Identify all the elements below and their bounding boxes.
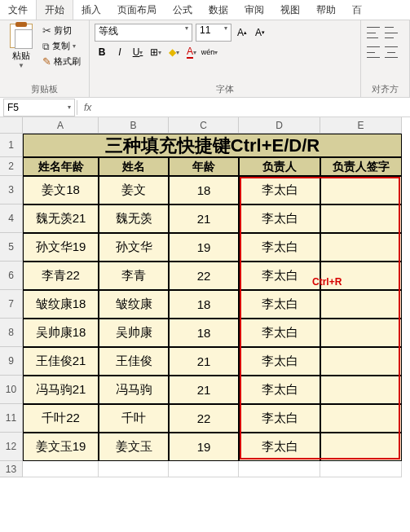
data-cell[interactable]: 19 (169, 433, 239, 461)
format-painter-button[interactable]: ✎格式刷 (41, 55, 82, 68)
decrease-font-button[interactable]: A▾ (253, 24, 267, 42)
empty-cell[interactable] (99, 461, 169, 477)
align-center-button[interactable] (384, 43, 399, 61)
data-cell[interactable]: 魏无羡21 (23, 204, 99, 233)
data-cell[interactable]: 千叶 (99, 404, 169, 433)
col-header-B[interactable]: B (99, 117, 169, 134)
data-cell[interactable]: 李太白 (239, 376, 320, 404)
data-cell[interactable] (320, 262, 402, 290)
cut-button[interactable]: ✂剪切 (41, 24, 82, 37)
menu-tab-4[interactable]: 公式 (165, 0, 201, 20)
row-header-3[interactable]: 3 (0, 176, 23, 204)
data-cell[interactable] (320, 176, 402, 204)
header-cell[interactable]: 负责人签字 (320, 157, 402, 176)
data-cell[interactable]: 冯马驹21 (23, 376, 99, 404)
data-cell[interactable]: 李太白 (239, 262, 320, 290)
data-cell[interactable]: 王佳俊21 (23, 347, 99, 376)
row-header-1[interactable]: 1 (0, 134, 23, 157)
select-all-corner[interactable] (0, 117, 23, 134)
menu-tab-3[interactable]: 页面布局 (109, 0, 165, 20)
italic-button[interactable]: I (112, 43, 127, 61)
data-cell[interactable] (320, 290, 402, 319)
data-cell[interactable]: 21 (169, 204, 239, 233)
fill-color-button[interactable]: ◆▾ (166, 43, 181, 61)
data-cell[interactable]: 李青 (99, 262, 169, 290)
underline-button[interactable]: U▾ (130, 43, 145, 61)
row-header-9[interactable]: 9 (0, 347, 23, 376)
row-header-6[interactable]: 6 (0, 262, 23, 290)
paste-button[interactable]: 粘贴 ▼ (5, 24, 37, 69)
data-cell[interactable] (320, 233, 402, 262)
row-header-10[interactable]: 10 (0, 376, 23, 404)
data-cell[interactable]: 李太白 (239, 319, 320, 347)
empty-cell[interactable] (169, 461, 239, 477)
font-size-select[interactable]: 11 ▾ (196, 24, 231, 42)
menu-tab-2[interactable]: 插入 (73, 0, 109, 20)
empty-cell[interactable] (320, 461, 402, 477)
align-middle-button[interactable] (384, 24, 399, 42)
data-cell[interactable] (320, 376, 402, 404)
row-header-2[interactable]: 2 (0, 157, 23, 176)
data-cell[interactable]: 李太白 (239, 433, 320, 461)
data-cell[interactable]: 李太白 (239, 347, 320, 376)
name-box[interactable]: F5 ▾ (3, 99, 75, 117)
menu-tab-1[interactable]: 开始 (36, 0, 73, 20)
row-header-7[interactable]: 7 (0, 290, 23, 319)
data-cell[interactable]: 吴帅康 (99, 319, 169, 347)
cells-area[interactable]: 三种填充快捷键Ctrl+E/D/R姓名年龄姓名年龄负责人负责人签字姜文18姜文1… (23, 134, 402, 477)
data-cell[interactable] (320, 347, 402, 376)
menu-tab-5[interactable]: 数据 (201, 0, 236, 20)
row-header-12[interactable]: 12 (0, 433, 23, 461)
row-header-13[interactable]: 13 (0, 461, 23, 477)
data-cell[interactable]: 孙文华 (99, 233, 169, 262)
data-cell[interactable]: 李太白 (239, 233, 320, 262)
menu-tab-8[interactable]: 帮助 (308, 0, 344, 20)
formula-input[interactable] (98, 99, 410, 117)
increase-font-button[interactable]: A▴ (235, 24, 249, 42)
data-cell[interactable]: 李太白 (239, 204, 320, 233)
font-family-select[interactable]: 等线 ▾ (95, 24, 192, 42)
menu-tab-7[interactable]: 视图 (272, 0, 308, 20)
data-cell[interactable]: 孙文华19 (23, 233, 99, 262)
data-cell[interactable]: 姜文玉 (99, 433, 169, 461)
menu-tab-6[interactable]: 审阅 (236, 0, 272, 20)
row-header-11[interactable]: 11 (0, 404, 23, 433)
data-cell[interactable]: 冯马驹 (99, 376, 169, 404)
menu-tab-0[interactable]: 文件 (0, 0, 36, 20)
align-left-button[interactable] (366, 43, 381, 61)
fx-label[interactable]: fx (77, 102, 98, 113)
row-header-5[interactable]: 5 (0, 233, 23, 262)
align-top-button[interactable] (366, 24, 381, 42)
data-cell[interactable]: 18 (169, 290, 239, 319)
col-header-D[interactable]: D (239, 117, 320, 134)
header-cell[interactable]: 年龄 (169, 157, 239, 176)
data-cell[interactable]: 18 (169, 319, 239, 347)
phonetic-button[interactable]: wén▾ (202, 43, 217, 61)
data-cell[interactable]: 姜文18 (23, 176, 99, 204)
data-cell[interactable]: 皱纹康 (99, 290, 169, 319)
data-cell[interactable]: 21 (169, 347, 239, 376)
data-cell[interactable]: 李青22 (23, 262, 99, 290)
header-cell[interactable]: 姓名 (99, 157, 169, 176)
col-header-E[interactable]: E (320, 117, 402, 134)
header-cell[interactable]: 负责人 (239, 157, 320, 176)
row-header-4[interactable]: 4 (0, 204, 23, 233)
data-cell[interactable]: 王佳俊 (99, 347, 169, 376)
font-color-button[interactable]: A▾ (184, 43, 199, 61)
data-cell[interactable]: 李太白 (239, 404, 320, 433)
data-cell[interactable]: 21 (169, 376, 239, 404)
data-cell[interactable]: 皱纹康18 (23, 290, 99, 319)
header-cell[interactable]: 姓名年龄 (23, 157, 99, 176)
data-cell[interactable]: 吴帅康18 (23, 319, 99, 347)
empty-cell[interactable] (239, 461, 320, 477)
title-cell[interactable]: 三种填充快捷键Ctrl+E/D/R (23, 134, 402, 157)
data-cell[interactable]: 姜文 (99, 176, 169, 204)
menu-tab-9[interactable]: 百 (344, 0, 370, 20)
col-header-C[interactable]: C (169, 117, 239, 134)
data-cell[interactable]: 19 (169, 233, 239, 262)
data-cell[interactable]: 李太白 (239, 176, 320, 204)
data-cell[interactable] (320, 319, 402, 347)
row-header-8[interactable]: 8 (0, 319, 23, 347)
data-cell[interactable] (320, 433, 402, 461)
copy-button[interactable]: ⧉复制▾ (41, 39, 82, 53)
